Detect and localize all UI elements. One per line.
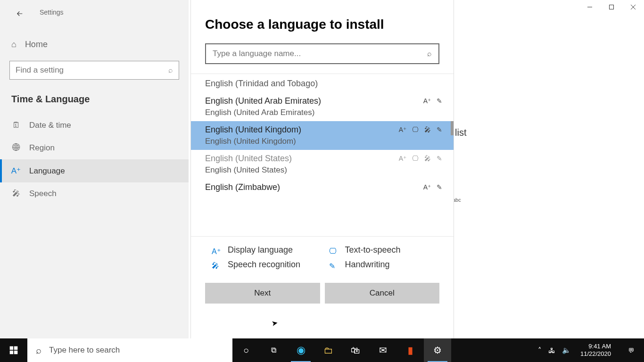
language-list[interactable]: English (Trinidad and Tobago) English (U… <box>191 74 454 237</box>
start-button[interactable] <box>0 338 27 362</box>
language-icon: A⁺ <box>11 166 21 176</box>
legend-label: Handwriting <box>345 260 390 270</box>
language-feature-icons: A⁺ 🖵 🎤︎ ✎ <box>399 155 442 162</box>
svg-rect-4 <box>10 351 14 354</box>
tts-icon: 🖵 <box>329 245 339 255</box>
tray-chevron-up-icon[interactable]: ˄ <box>538 346 542 354</box>
nav-item-label: Speech <box>29 189 57 198</box>
volume-icon[interactable]: 🔈 <box>562 346 571 354</box>
language-feature-icons: A⁺ ✎ <box>423 183 442 191</box>
search-icon: ⌕ <box>168 66 173 74</box>
legend-label: Display language <box>228 245 293 255</box>
language-search-box[interactable]: ⌕ <box>205 43 439 64</box>
nav-item-label: Language <box>29 166 65 176</box>
scrollbar-thumb[interactable] <box>451 121 454 135</box>
edge-app[interactable]: ◉ <box>287 338 314 362</box>
speech-icon: 🎤︎ <box>424 126 431 133</box>
language-localized: English (United States) <box>205 165 439 175</box>
taskbar: ⌕ Type here to search ○ ⧉ ◉ 🗀 🛍︎ ✉ ▮ ⚙ ˄… <box>0 338 644 362</box>
cancel-button[interactable]: Cancel <box>325 283 440 304</box>
svg-rect-5 <box>14 351 18 354</box>
language-name: English (Trinidad and Tobago) <box>205 79 439 89</box>
microsoft-store-app[interactable]: 🛍︎ <box>342 338 369 362</box>
display-language-icon: A⁺ <box>212 245 221 256</box>
file-explorer-app[interactable]: 🗀 <box>314 338 342 362</box>
home-icon: ⌂ <box>11 40 17 49</box>
nav-item-label: Date & time <box>29 121 71 130</box>
svg-rect-3 <box>14 346 18 350</box>
display-language-icon: A⁺ <box>399 155 406 162</box>
language-feature-icons: A⁺ ✎ <box>423 97 442 105</box>
find-setting-search[interactable]: ⌕ <box>9 61 179 80</box>
nav-home[interactable]: ⌂ Home <box>0 35 189 54</box>
window-controls <box>579 0 644 14</box>
taskbar-search[interactable]: ⌕ Type here to search <box>27 338 232 362</box>
next-button[interactable]: Next <box>205 283 320 304</box>
find-setting-input[interactable] <box>16 66 168 75</box>
globe-icon: 🌐︎ <box>11 143 21 153</box>
handwriting-icon: ✎ <box>329 260 339 271</box>
legend-text-to-speech: 🖵 Text-to-speech <box>329 245 440 256</box>
handwriting-icon: ✎ <box>437 97 442 105</box>
language-row[interactable]: English (United Arab Emirates) English (… <box>191 92 454 121</box>
language-row-selected[interactable]: English (United Kingdom) English (United… <box>191 121 454 150</box>
cortana-button[interactable]: ○ <box>232 338 260 362</box>
settings-nav-pane: Settings ⌂ Home ⌕ Time & Language 🗓︎ Dat… <box>0 0 189 338</box>
language-row[interactable]: English (Zimbabwe) A⁺ ✎ <box>191 179 454 202</box>
dialog-title: Choose a language to install <box>191 17 454 32</box>
language-row-disabled[interactable]: English (United States) English (United … <box>191 150 454 179</box>
obscured-text: list <box>455 127 466 138</box>
svg-rect-1 <box>610 5 614 9</box>
speech-icon: 🎤︎ <box>212 260 221 270</box>
legend-label: Speech recognition <box>228 260 300 270</box>
nav-item-region[interactable]: 🌐︎ Region <box>0 137 189 159</box>
legend-handwriting: ✎ Handwriting <box>329 260 440 271</box>
svg-rect-2 <box>10 346 14 350</box>
legend-speech-recognition: 🎤︎ Speech recognition <box>212 260 322 271</box>
maximize-button[interactable] <box>601 0 622 14</box>
nav-item-date-time[interactable]: 🗓︎ Date & time <box>0 114 189 137</box>
display-language-icon: A⁺ <box>399 126 406 133</box>
system-tray: ˄ 🖧 🔈 9:41 AM 11/22/2020 💬︎ <box>538 338 644 362</box>
language-row[interactable]: English (Trinidad and Tobago) <box>191 74 454 92</box>
language-name: English (United Arab Emirates) <box>205 96 439 106</box>
legend-label: Text-to-speech <box>345 245 401 255</box>
action-center-button[interactable]: 💬︎ <box>620 338 641 362</box>
microphone-icon: 🎤︎ <box>11 189 21 198</box>
feature-legend: A⁺ Display language 🖵 Text-to-speech 🎤︎ … <box>191 237 454 275</box>
language-localized: English (United Arab Emirates) <box>205 108 439 117</box>
speech-icon: 🎤︎ <box>424 155 431 162</box>
minimize-button[interactable] <box>579 0 601 14</box>
search-icon: ⌕ <box>427 49 432 58</box>
network-icon[interactable]: 🖧 <box>548 346 555 354</box>
nav-item-language[interactable]: A⁺ Language <box>0 159 189 182</box>
settings-app[interactable]: ⚙ <box>424 338 451 362</box>
tts-icon: 🖵 <box>412 155 419 162</box>
handwriting-icon: ✎ <box>437 183 442 191</box>
language-name: English (Zimbabwe) <box>205 182 439 192</box>
back-button[interactable] <box>9 7 30 21</box>
close-button[interactable] <box>622 0 644 14</box>
display-language-icon: A⁺ <box>423 97 431 105</box>
language-install-dialog: Choose a language to install ⌕ English (… <box>190 0 454 338</box>
taskbar-search-placeholder: Type here to search <box>49 346 120 355</box>
taskbar-clock[interactable]: 9:41 AM 11/22/2020 <box>580 343 611 358</box>
nav-home-label: Home <box>25 40 48 49</box>
task-view-button[interactable]: ⧉ <box>260 338 287 362</box>
legend-display-language: A⁺ Display language <box>212 245 322 256</box>
clock-time: 9:41 AM <box>580 343 611 350</box>
language-localized: English (United Kingdom) <box>205 137 439 146</box>
nav-item-label: Region <box>29 143 55 153</box>
settings-window: Settings ⌂ Home ⌕ Time & Language 🗓︎ Dat… <box>0 0 644 362</box>
search-icon: ⌕ <box>36 345 41 356</box>
handwriting-icon: ✎ <box>437 155 442 162</box>
nav-item-speech[interactable]: 🎤︎ Speech <box>0 182 189 205</box>
language-search-input[interactable] <box>213 49 427 58</box>
window-title: Settings <box>40 8 64 16</box>
handwriting-icon: ✎ <box>437 126 442 133</box>
clock-date: 11/22/2020 <box>580 350 611 358</box>
tts-icon: 🖵 <box>412 126 419 133</box>
calendar-icon: 🗓︎ <box>11 121 21 130</box>
mail-app[interactable]: ✉ <box>369 338 396 362</box>
office-app[interactable]: ▮ <box>396 338 424 362</box>
